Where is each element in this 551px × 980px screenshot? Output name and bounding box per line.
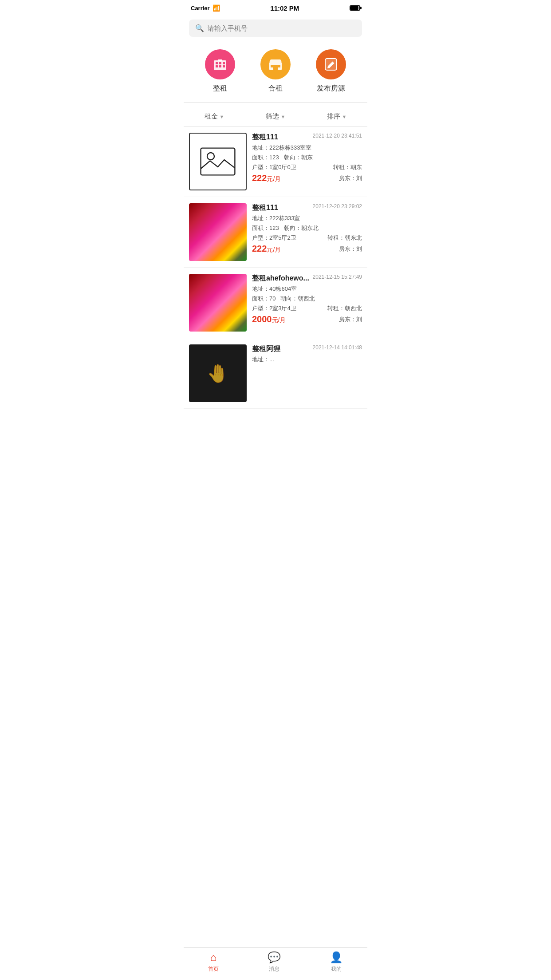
listing-layout-row-3: 户型：2室3厅4卫 转租：朝西北 bbox=[252, 304, 362, 312]
fabu-label: 发布房源 bbox=[317, 84, 345, 93]
category-hezu[interactable]: 合租 bbox=[260, 49, 291, 93]
listing-image-2 bbox=[189, 203, 247, 261]
listing-card-1[interactable]: 整租111 2021-12-20 23:41:51 地址：222栋栋333室室 … bbox=[184, 126, 367, 197]
svg-rect-1 bbox=[216, 62, 218, 64]
building-icon bbox=[212, 56, 228, 73]
screen-chevron: ▼ bbox=[281, 114, 286, 119]
listing-info-4: 整租阿狸 2021-12-14 14:01:48 地址：... bbox=[252, 344, 362, 402]
listing-image-4: 🤚 bbox=[189, 344, 247, 402]
listing-date-2: 2021-12-20 23:29:02 bbox=[313, 203, 362, 209]
svg-rect-11 bbox=[278, 65, 280, 67]
listing-area-orient-1: 面积：123 朝向：朝东 bbox=[252, 154, 362, 162]
status-bar: Carrier 📶 11:02 PM bbox=[184, 0, 367, 16]
hezu-label: 合租 bbox=[268, 84, 283, 93]
edit-icon bbox=[323, 56, 339, 73]
listing-address-3: 地址：40栋604室 bbox=[252, 285, 362, 293]
listing-info-3: 整租ahefohewo... 2021-12-15 15:27:49 地址：40… bbox=[252, 274, 362, 332]
listing-layout-row-2: 户型：2室5厅2卫 转租：朝东北 bbox=[252, 234, 362, 242]
svg-rect-2 bbox=[219, 62, 221, 64]
listing-title-1: 整租111 bbox=[252, 133, 278, 142]
rent-label: 租金 bbox=[205, 112, 218, 121]
listing-price-2: 222元/月 bbox=[252, 244, 281, 254]
listing-info-1: 整租111 2021-12-20 23:41:51 地址：222栋栋333室室 … bbox=[252, 133, 362, 190]
listing-price-row-3: 2000元/月 房东：刘 bbox=[252, 314, 362, 324]
svg-rect-5 bbox=[219, 65, 221, 67]
listing-address-2: 地址：222栋333室 bbox=[252, 214, 362, 222]
rent-chevron: ▼ bbox=[220, 114, 224, 119]
listing-title-2: 整租111 bbox=[252, 203, 278, 213]
svg-rect-13 bbox=[201, 148, 235, 175]
svg-rect-10 bbox=[271, 65, 273, 67]
status-time: 11:02 PM bbox=[270, 4, 299, 12]
listing-address-1: 地址：222栋栋333室室 bbox=[252, 144, 362, 152]
svg-rect-3 bbox=[223, 62, 225, 64]
svg-rect-9 bbox=[273, 65, 278, 70]
svg-rect-6 bbox=[223, 65, 225, 67]
zhengzu-label: 整租 bbox=[213, 84, 227, 93]
screen-label: 筛选 bbox=[266, 112, 279, 121]
search-bar[interactable]: 🔍 bbox=[189, 20, 362, 37]
hezu-circle bbox=[260, 49, 291, 79]
listing-info-2: 整租111 2021-12-20 23:29:02 地址：222栋333室 面积… bbox=[252, 203, 362, 261]
search-input[interactable] bbox=[208, 24, 356, 32]
category-icons-row: 整租 合租 发布房源 bbox=[184, 40, 367, 98]
listing-area-orient-2: 面积：123 朝向：朝东北 bbox=[252, 224, 362, 232]
listing-card-4[interactable]: 🤚 整租阿狸 2021-12-14 14:01:48 地址：... bbox=[184, 338, 367, 409]
battery-icon bbox=[350, 5, 360, 11]
listing-price-row-1: 222元/月 房东：刘 bbox=[252, 173, 362, 183]
status-right bbox=[350, 5, 360, 11]
divider-1 bbox=[184, 102, 367, 103]
listing-card-2[interactable]: 整租111 2021-12-20 23:29:02 地址：222栋333室 面积… bbox=[184, 197, 367, 268]
listing-layout-row-1: 户型：1室0厅0卫 转租：朝东 bbox=[252, 163, 362, 171]
filter-screen[interactable]: 筛选 ▼ bbox=[266, 112, 286, 121]
shop-icon bbox=[267, 56, 284, 73]
zhengzu-circle bbox=[205, 49, 235, 79]
svg-rect-4 bbox=[216, 65, 218, 67]
category-zhengzu[interactable]: 整租 bbox=[205, 49, 235, 93]
listing-address-4: 地址：... bbox=[252, 356, 362, 364]
listing-image-1 bbox=[189, 133, 247, 190]
carrier-label: Carrier bbox=[191, 5, 210, 12]
listing-title-3: 整租ahefohewo... bbox=[252, 274, 309, 283]
wifi-icon: 📶 bbox=[213, 4, 220, 12]
svg-rect-7 bbox=[218, 59, 222, 61]
fabu-circle bbox=[316, 49, 346, 79]
category-fabu[interactable]: 发布房源 bbox=[316, 49, 346, 93]
listing-area-orient-3: 面积：70 朝向：朝西北 bbox=[252, 295, 362, 303]
sort-chevron: ▼ bbox=[342, 114, 347, 119]
filter-bar: 租金 ▼ 筛选 ▼ 排序 ▼ bbox=[184, 107, 367, 126]
listing-title-4: 整租阿狸 bbox=[252, 344, 280, 354]
search-icon: 🔍 bbox=[195, 24, 204, 32]
filter-rent[interactable]: 租金 ▼ bbox=[205, 112, 224, 121]
listing-date-1: 2021-12-20 23:41:51 bbox=[313, 133, 362, 139]
filter-sort[interactable]: 排序 ▼ bbox=[327, 112, 347, 121]
listing-price-3: 2000元/月 bbox=[252, 314, 286, 324]
status-left: Carrier 📶 bbox=[191, 4, 220, 12]
listing-price-row-2: 222元/月 房东：刘 bbox=[252, 244, 362, 254]
listing-image-3 bbox=[189, 274, 247, 332]
sort-label: 排序 bbox=[327, 112, 340, 121]
listing-card-3[interactable]: 整租ahefohewo... 2021-12-15 15:27:49 地址：40… bbox=[184, 268, 367, 338]
listing-price-1: 222元/月 bbox=[252, 173, 281, 183]
listing-date-3: 2021-12-15 15:27:49 bbox=[313, 274, 362, 280]
listing-date-4: 2021-12-14 14:01:48 bbox=[313, 344, 362, 351]
